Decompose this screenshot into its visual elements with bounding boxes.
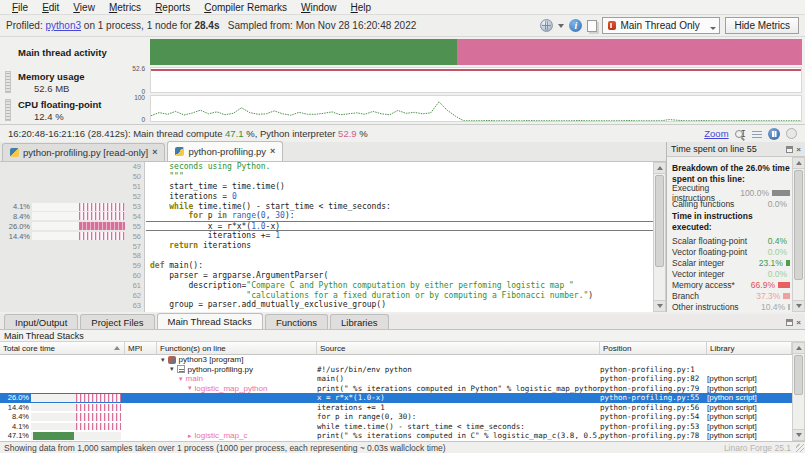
stack-table-row[interactable]: ▾python-profiling.py#!/usr/bin/env pytho… (0, 365, 792, 375)
editor-scroll-thumb[interactable] (655, 175, 664, 267)
cpu-floating-point-chart[interactable] (150, 95, 802, 122)
stack-table-row[interactable]: 47.1%▸logistic_map_cprint(" %s iteration… (0, 431, 792, 441)
panel-scroll-down-icon[interactable] (793, 300, 804, 311)
editor-scroll-up-icon[interactable] (654, 163, 665, 174)
line-panel-scrollbar[interactable] (792, 157, 805, 312)
close-tab-icon[interactable]: × (152, 148, 157, 157)
code-line[interactable]: parser = argparse.ArgumentParser( (146, 271, 653, 281)
bottom-tab-functions[interactable]: Functions (265, 314, 328, 329)
tree-expand-icon[interactable]: ▾ (170, 365, 174, 373)
stack-table-row[interactable]: 8.4%for p in range(0, 30):python-profili… (0, 412, 792, 422)
editor-tab[interactable]: python-profiling.py [read-only]× (2, 143, 165, 161)
close-panel-icon[interactable]: × (796, 146, 801, 153)
code-line[interactable]: start_time = time.time() (146, 182, 653, 192)
menu-item-view[interactable]: View (67, 1, 101, 14)
stacks-scrollbar[interactable] (792, 342, 805, 441)
editor-tab-bar: python-profiling.py [read-only]×python-p… (0, 142, 666, 162)
stack-table-row[interactable]: ▾python3 [program] (0, 355, 792, 365)
main-thread-activity-chart[interactable] (150, 39, 802, 65)
select-zoom-icon[interactable]: I (735, 129, 746, 139)
stacks-scroll-thumb[interactable] (794, 355, 803, 395)
detach-panel-icon[interactable] (786, 146, 793, 153)
panel-scroll-up-icon[interactable] (793, 158, 804, 169)
stack-table-row[interactable]: 4.1%while time.time() - start_time < tim… (0, 422, 792, 432)
cpu-row-grip[interactable] (5, 99, 11, 121)
code-line[interactable]: def main(): (146, 261, 653, 271)
library-cell: [python script] (707, 431, 792, 440)
stacks-table-header[interactable]: Total core timeMPIFunction(s) on lineSou… (0, 342, 792, 355)
program-link[interactable]: python3 (45, 20, 81, 31)
editor-scrollbar[interactable] (653, 162, 666, 312)
tree-expand-icon[interactable]: ▾ (161, 356, 165, 364)
close-bottom-panel-icon[interactable]: × (796, 319, 801, 326)
column-header-library[interactable]: Library (707, 342, 792, 354)
code-line[interactable]: "calculations for a fixed duration or by… (146, 291, 653, 301)
stack-table-row[interactable]: 26.0%x = r*x*(1.0-x)python-profiling.py:… (0, 393, 792, 403)
editor-scroll-down-icon[interactable] (654, 300, 665, 311)
menu-item-metrics[interactable]: Metrics (103, 1, 147, 14)
core-time-percent: 47.1% (0, 431, 31, 440)
info-icon[interactable]: i (569, 19, 582, 32)
menu-item-help[interactable]: Help (345, 1, 378, 14)
code-line[interactable] (146, 251, 653, 261)
thread-selector[interactable]: Main Thread Only (602, 17, 720, 34)
bottom-tab-project-files[interactable]: Project Files (80, 314, 154, 329)
code-line[interactable]: """ (146, 172, 653, 182)
menu-item-window[interactable]: Window (295, 1, 343, 14)
bottom-tab-main-thread-stacks[interactable]: Main Thread Stacks (157, 313, 263, 329)
panel-scroll-thumb[interactable] (794, 170, 803, 280)
code-line[interactable]: while time.time() - start_time < time_se… (146, 202, 653, 212)
memory-row-grip[interactable] (5, 71, 11, 93)
breakdown-bar (783, 293, 790, 299)
pause-icon[interactable] (768, 128, 780, 140)
stacks-scroll-down-icon[interactable] (793, 429, 804, 440)
globe-dropdown-caret-icon[interactable] (558, 24, 564, 28)
function-cell: ▸logistic_map_c (157, 431, 317, 440)
menu-item-compiler-remarks[interactable]: Compiler Remarks (198, 1, 293, 14)
hide-metrics-button[interactable]: Hide Metrics (725, 17, 799, 34)
code-line[interactable]: iterations = 0 (146, 192, 653, 202)
editor-tab[interactable]: python-profiling.py× (167, 141, 283, 161)
globe-icon[interactable] (540, 19, 553, 32)
resize-grip[interactable] (796, 444, 804, 452)
position-cell: python-profiling.py:54 (600, 412, 707, 421)
stack-table-row[interactable]: ▾mainmain()python-profiling.py:82[python… (0, 374, 792, 384)
copy-icon[interactable] (587, 20, 597, 32)
detach-bottom-panel-icon[interactable] (786, 319, 793, 326)
column-header-mpi[interactable]: MPI (125, 342, 157, 354)
memory-usage-chart[interactable] (150, 67, 802, 93)
column-header-total-core-time[interactable]: Total core time (0, 342, 125, 354)
line-number: 53 (125, 202, 144, 211)
menu-item-edit[interactable]: Edit (36, 1, 65, 14)
breakdown-label: Memory access* (672, 280, 743, 290)
zoom-link[interactable]: Zoom (704, 128, 728, 139)
code-line[interactable]: group = parser.add_mutually_exclusive_gr… (146, 300, 653, 310)
code-line[interactable]: for p in range(0, 30): (146, 211, 653, 221)
line-number: 50 (125, 172, 144, 181)
stack-table-row[interactable]: 14.4%iterations += 1python-profiling.py:… (0, 403, 792, 413)
core-time-percent: 14.4% (0, 403, 31, 412)
column-header-position[interactable]: Position (600, 342, 707, 354)
tree-expand-icon[interactable]: ▾ (188, 384, 192, 392)
bottom-tab-input-output[interactable]: Input/Output (4, 314, 78, 329)
reset-icon[interactable] (786, 128, 797, 139)
column-header-function-s-on-line[interactable]: Function(s) on line (157, 342, 317, 354)
code-area[interactable]: seconds using Python. """ start_time = t… (146, 162, 653, 312)
code-line[interactable]: description="Compare C and Python comput… (146, 281, 653, 291)
bottom-tab-libraries[interactable]: Libraries (330, 314, 388, 329)
close-tab-icon[interactable]: × (270, 147, 275, 156)
menu-item-reports[interactable]: Reports (149, 1, 196, 14)
metric-lines-icon[interactable] (752, 130, 762, 138)
stack-table-row[interactable]: ▾logistic_map_pythonprint(" %s iteration… (0, 384, 792, 394)
menu-item-file[interactable]: File (6, 1, 34, 14)
code-line[interactable]: iterations += 1 (146, 231, 653, 241)
line-time-panel: Time spent on line 55 × Breakdown of the… (666, 142, 805, 312)
stacks-scroll-up-icon[interactable] (793, 343, 804, 354)
column-header-source[interactable]: Source (317, 342, 600, 354)
total-core-time-cell (0, 384, 125, 394)
code-line[interactable]: x = r*x*(1.0-x) (146, 221, 653, 231)
tree-expand-icon[interactable]: ▾ (179, 375, 183, 383)
code-line[interactable]: return iterations (146, 241, 653, 251)
tree-expand-icon[interactable]: ▸ (188, 432, 192, 440)
code-line[interactable]: seconds using Python. (146, 162, 653, 172)
